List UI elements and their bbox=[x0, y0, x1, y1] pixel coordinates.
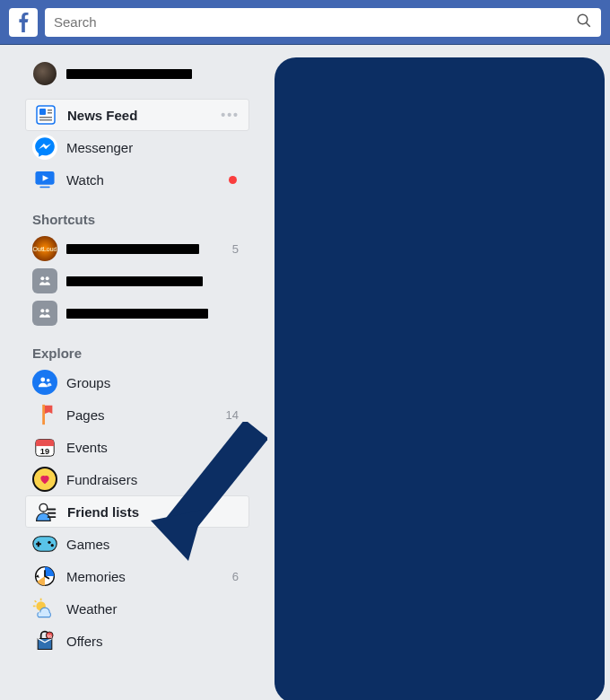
nav-label: Offers bbox=[66, 634, 242, 649]
nav-label: Pages bbox=[66, 407, 226, 423]
sidebar-item-profile[interactable] bbox=[25, 57, 249, 90]
svg-rect-19 bbox=[36, 444, 54, 446]
nav-label: Groups bbox=[66, 375, 242, 390]
count-badge: 5 bbox=[232, 242, 242, 256]
nav-label: Fundraisers bbox=[66, 472, 242, 487]
svg-rect-23 bbox=[48, 512, 57, 514]
sidebar-item-events[interactable]: 19 Events 1 bbox=[25, 431, 249, 463]
section-header-explore: Explore bbox=[25, 329, 249, 366]
top-bar bbox=[0, 0, 610, 45]
count-badge: 1 bbox=[232, 441, 242, 454]
sidebar-item-memories[interactable]: Memories 6 bbox=[25, 560, 249, 592]
news-feed-icon bbox=[33, 102, 58, 127]
svg-text:%: % bbox=[48, 634, 53, 639]
svg-point-0 bbox=[578, 14, 588, 24]
group-avatar bbox=[32, 268, 57, 293]
sidebar-item-pages[interactable]: Pages 14 bbox=[25, 398, 249, 431]
left-sidebar: News Feed ••• Messenger Watch Shortcuts … bbox=[25, 57, 249, 700]
nav-label: Friend lists bbox=[67, 504, 241, 520]
count-badge: 6 bbox=[232, 570, 242, 583]
nav-label: Events bbox=[66, 440, 232, 455]
sidebar-shortcut-item[interactable] bbox=[25, 265, 249, 297]
group-avatar bbox=[32, 301, 57, 326]
search-bar[interactable] bbox=[45, 8, 601, 37]
weather-icon bbox=[32, 596, 57, 621]
svg-point-28 bbox=[48, 541, 50, 544]
groups-icon bbox=[32, 370, 57, 395]
watch-icon bbox=[32, 167, 57, 192]
memories-icon bbox=[32, 564, 57, 589]
friend-lists-icon bbox=[33, 499, 58, 524]
svg-point-12 bbox=[40, 309, 44, 312]
group-avatar: OutLoud bbox=[32, 236, 57, 261]
svg-rect-4 bbox=[48, 109, 52, 111]
sidebar-item-weather[interactable]: Weather bbox=[25, 592, 249, 625]
sidebar-item-fundraisers[interactable]: Fundraisers bbox=[25, 463, 249, 495]
sidebar-item-messenger[interactable]: Messenger bbox=[25, 131, 249, 163]
sidebar-item-watch[interactable]: Watch bbox=[25, 163, 249, 196]
svg-rect-3 bbox=[39, 109, 46, 115]
section-header-shortcuts: Shortcuts bbox=[25, 196, 249, 232]
nav-label: Games bbox=[66, 537, 242, 552]
svg-rect-9 bbox=[39, 187, 49, 188]
svg-point-29 bbox=[51, 544, 54, 547]
svg-text:19: 19 bbox=[40, 447, 49, 456]
messenger-icon bbox=[32, 135, 57, 160]
offers-icon: % bbox=[32, 628, 57, 653]
sidebar-item-offers[interactable]: % Offers bbox=[25, 625, 249, 657]
svg-point-11 bbox=[46, 276, 49, 280]
svg-point-21 bbox=[39, 503, 48, 512]
svg-rect-2 bbox=[37, 106, 55, 124]
svg-point-15 bbox=[47, 379, 50, 382]
svg-rect-22 bbox=[48, 509, 57, 511]
sidebar-shortcut-item[interactable]: OutLoud 5 bbox=[25, 232, 249, 265]
svg-rect-27 bbox=[36, 543, 41, 545]
svg-point-14 bbox=[40, 378, 45, 382]
games-icon bbox=[32, 531, 57, 556]
events-icon: 19 bbox=[32, 434, 57, 459]
fundraisers-icon bbox=[32, 467, 57, 492]
nav-label: Messenger bbox=[66, 140, 242, 155]
pages-icon bbox=[32, 402, 57, 427]
svg-point-10 bbox=[40, 276, 44, 280]
nav-label: News Feed bbox=[67, 108, 221, 123]
count-badge: 14 bbox=[226, 408, 242, 422]
svg-rect-7 bbox=[39, 119, 52, 121]
nav-label: Weather bbox=[66, 601, 242, 617]
sidebar-item-groups[interactable]: Groups bbox=[25, 366, 249, 398]
sidebar-item-games[interactable]: Games bbox=[25, 528, 249, 560]
sidebar-item-friend-lists[interactable]: Friend lists bbox=[25, 495, 249, 528]
sidebar-shortcut-item[interactable] bbox=[25, 297, 249, 329]
svg-line-34 bbox=[35, 600, 37, 602]
svg-line-1 bbox=[586, 22, 590, 27]
search-input[interactable] bbox=[54, 14, 576, 30]
facebook-logo[interactable] bbox=[9, 8, 38, 37]
notification-dot bbox=[229, 176, 237, 184]
search-icon[interactable] bbox=[576, 13, 592, 32]
sidebar-item-news-feed[interactable]: News Feed ••• bbox=[25, 99, 249, 131]
svg-rect-6 bbox=[39, 117, 52, 118]
svg-rect-5 bbox=[48, 112, 52, 114]
more-icon[interactable]: ••• bbox=[221, 108, 241, 122]
svg-rect-24 bbox=[48, 516, 57, 518]
main-content-panel bbox=[274, 57, 605, 700]
avatar bbox=[32, 61, 57, 86]
svg-point-13 bbox=[46, 309, 49, 312]
svg-rect-16 bbox=[42, 405, 45, 424]
nav-label: Memories bbox=[66, 569, 232, 584]
nav-label: Watch bbox=[66, 172, 229, 188]
